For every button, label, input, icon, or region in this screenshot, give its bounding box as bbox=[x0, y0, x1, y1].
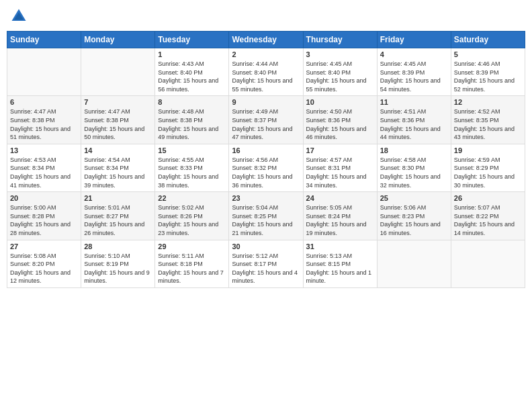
calendar-cell: 21Sunrise: 5:01 AMSunset: 8:27 PMDayligh… bbox=[81, 192, 155, 240]
day-info: Sunrise: 4:55 AMSunset: 8:33 PMDaylight:… bbox=[158, 156, 226, 189]
calendar-header-row: SundayMondayTuesdayWednesdayThursdayFrid… bbox=[7, 32, 525, 48]
calendar-cell: 30Sunrise: 5:12 AMSunset: 8:17 PMDayligh… bbox=[229, 240, 303, 287]
calendar-cell: 24Sunrise: 5:05 AMSunset: 8:24 PMDayligh… bbox=[303, 192, 377, 240]
calendar-cell: 4Sunrise: 4:45 AMSunset: 8:39 PMDaylight… bbox=[377, 48, 451, 96]
day-info: Sunrise: 5:13 AMSunset: 8:15 PMDaylight:… bbox=[306, 252, 374, 285]
day-info: Sunrise: 5:01 AMSunset: 8:27 PMDaylight:… bbox=[84, 203, 152, 237]
day-info: Sunrise: 4:56 AMSunset: 8:32 PMDaylight:… bbox=[232, 156, 300, 189]
calendar-cell: 10Sunrise: 4:50 AMSunset: 8:36 PMDayligh… bbox=[303, 96, 377, 144]
day-of-week-header: Friday bbox=[377, 32, 451, 48]
day-number: 11 bbox=[380, 98, 448, 106]
day-number: 1 bbox=[158, 50, 226, 58]
day-info: Sunrise: 4:44 AMSunset: 8:40 PMDaylight:… bbox=[232, 60, 300, 93]
day-number: 14 bbox=[84, 146, 152, 154]
calendar-cell: 7Sunrise: 4:47 AMSunset: 8:38 PMDaylight… bbox=[81, 96, 155, 144]
day-info: Sunrise: 4:43 AMSunset: 8:40 PMDaylight:… bbox=[158, 60, 226, 93]
day-info: Sunrise: 4:48 AMSunset: 8:38 PMDaylight:… bbox=[158, 107, 226, 141]
calendar-cell: 23Sunrise: 5:04 AMSunset: 8:25 PMDayligh… bbox=[229, 192, 303, 240]
day-info: Sunrise: 4:45 AMSunset: 8:39 PMDaylight:… bbox=[380, 60, 448, 93]
day-info: Sunrise: 5:08 AMSunset: 8:20 PMDaylight:… bbox=[10, 252, 78, 285]
logo-icon bbox=[9, 7, 28, 26]
calendar-cell bbox=[7, 48, 81, 96]
day-number: 5 bbox=[454, 50, 522, 58]
calendar-cell: 26Sunrise: 5:07 AMSunset: 8:22 PMDayligh… bbox=[451, 192, 525, 240]
day-number: 19 bbox=[454, 146, 522, 154]
day-number: 22 bbox=[158, 194, 226, 202]
calendar-cell: 6Sunrise: 4:47 AMSunset: 8:38 PMDaylight… bbox=[7, 96, 81, 144]
day-info: Sunrise: 5:04 AMSunset: 8:25 PMDaylight:… bbox=[232, 203, 300, 237]
day-info: Sunrise: 4:59 AMSunset: 8:29 PMDaylight:… bbox=[454, 156, 522, 189]
calendar-cell: 27Sunrise: 5:08 AMSunset: 8:20 PMDayligh… bbox=[7, 240, 81, 287]
day-number: 20 bbox=[10, 194, 78, 202]
day-of-week-header: Sunday bbox=[7, 32, 81, 48]
calendar-cell: 9Sunrise: 4:49 AMSunset: 8:37 PMDaylight… bbox=[229, 96, 303, 144]
calendar-cell bbox=[81, 48, 155, 96]
calendar-cell bbox=[377, 240, 451, 287]
calendar-week-row: 1Sunrise: 4:43 AMSunset: 8:40 PMDaylight… bbox=[7, 48, 525, 96]
calendar-cell: 19Sunrise: 4:59 AMSunset: 8:29 PMDayligh… bbox=[451, 144, 525, 191]
calendar-cell: 31Sunrise: 5:13 AMSunset: 8:15 PMDayligh… bbox=[303, 240, 377, 287]
calendar-cell: 25Sunrise: 5:06 AMSunset: 8:23 PMDayligh… bbox=[377, 192, 451, 240]
day-info: Sunrise: 5:10 AMSunset: 8:19 PMDaylight:… bbox=[84, 252, 152, 285]
day-of-week-header: Wednesday bbox=[229, 32, 303, 48]
day-info: Sunrise: 4:57 AMSunset: 8:31 PMDaylight:… bbox=[306, 156, 374, 189]
day-info: Sunrise: 4:58 AMSunset: 8:30 PMDaylight:… bbox=[380, 156, 448, 189]
day-info: Sunrise: 4:47 AMSunset: 8:38 PMDaylight:… bbox=[84, 107, 152, 141]
day-info: Sunrise: 5:12 AMSunset: 8:17 PMDaylight:… bbox=[232, 252, 300, 285]
day-number: 29 bbox=[158, 242, 226, 250]
day-number: 15 bbox=[158, 146, 226, 154]
calendar-cell: 17Sunrise: 4:57 AMSunset: 8:31 PMDayligh… bbox=[303, 144, 377, 191]
day-number: 10 bbox=[306, 98, 374, 106]
day-number: 3 bbox=[306, 50, 374, 58]
day-number: 31 bbox=[306, 242, 374, 250]
day-of-week-header: Tuesday bbox=[155, 32, 229, 48]
day-info: Sunrise: 4:51 AMSunset: 8:36 PMDaylight:… bbox=[380, 107, 448, 141]
day-number: 9 bbox=[232, 98, 300, 106]
day-info: Sunrise: 4:52 AMSunset: 8:35 PMDaylight:… bbox=[454, 107, 522, 141]
day-number: 27 bbox=[10, 242, 78, 250]
day-info: Sunrise: 5:05 AMSunset: 8:24 PMDaylight:… bbox=[306, 203, 374, 237]
page-header bbox=[7, 7, 525, 26]
calendar-cell: 20Sunrise: 5:00 AMSunset: 8:28 PMDayligh… bbox=[7, 192, 81, 240]
calendar-cell: 14Sunrise: 4:54 AMSunset: 8:34 PMDayligh… bbox=[81, 144, 155, 191]
calendar-cell: 3Sunrise: 4:45 AMSunset: 8:40 PMDaylight… bbox=[303, 48, 377, 96]
calendar-cell: 2Sunrise: 4:44 AMSunset: 8:40 PMDaylight… bbox=[229, 48, 303, 96]
day-number: 4 bbox=[380, 50, 448, 58]
calendar-cell: 8Sunrise: 4:48 AMSunset: 8:38 PMDaylight… bbox=[155, 96, 229, 144]
calendar-table: SundayMondayTuesdayWednesdayThursdayFrid… bbox=[7, 31, 525, 288]
day-of-week-header: Monday bbox=[81, 32, 155, 48]
calendar-cell: 29Sunrise: 5:11 AMSunset: 8:18 PMDayligh… bbox=[155, 240, 229, 287]
day-number: 25 bbox=[380, 194, 448, 202]
day-number: 21 bbox=[84, 194, 152, 202]
day-number: 2 bbox=[232, 50, 300, 58]
day-number: 23 bbox=[232, 194, 300, 202]
calendar-cell: 18Sunrise: 4:58 AMSunset: 8:30 PMDayligh… bbox=[377, 144, 451, 191]
calendar-cell: 1Sunrise: 4:43 AMSunset: 8:40 PMDaylight… bbox=[155, 48, 229, 96]
calendar-week-row: 13Sunrise: 4:53 AMSunset: 8:34 PMDayligh… bbox=[7, 144, 525, 191]
day-number: 30 bbox=[232, 242, 300, 250]
day-number: 26 bbox=[454, 194, 522, 202]
day-info: Sunrise: 5:02 AMSunset: 8:26 PMDaylight:… bbox=[158, 203, 226, 237]
calendar-cell: 28Sunrise: 5:10 AMSunset: 8:19 PMDayligh… bbox=[81, 240, 155, 287]
day-info: Sunrise: 4:50 AMSunset: 8:36 PMDaylight:… bbox=[306, 107, 374, 141]
day-number: 17 bbox=[306, 146, 374, 154]
day-info: Sunrise: 5:07 AMSunset: 8:22 PMDaylight:… bbox=[454, 203, 522, 237]
day-number: 8 bbox=[158, 98, 226, 106]
day-info: Sunrise: 4:47 AMSunset: 8:38 PMDaylight:… bbox=[10, 107, 78, 141]
day-of-week-header: Thursday bbox=[303, 32, 377, 48]
calendar-cell: 13Sunrise: 4:53 AMSunset: 8:34 PMDayligh… bbox=[7, 144, 81, 191]
calendar-cell: 16Sunrise: 4:56 AMSunset: 8:32 PMDayligh… bbox=[229, 144, 303, 191]
calendar-cell: 11Sunrise: 4:51 AMSunset: 8:36 PMDayligh… bbox=[377, 96, 451, 144]
calendar-cell bbox=[451, 240, 525, 287]
calendar-cell: 15Sunrise: 4:55 AMSunset: 8:33 PMDayligh… bbox=[155, 144, 229, 191]
logo bbox=[9, 7, 30, 26]
day-number: 16 bbox=[232, 146, 300, 154]
calendar-week-row: 20Sunrise: 5:00 AMSunset: 8:28 PMDayligh… bbox=[7, 192, 525, 240]
day-number: 13 bbox=[10, 146, 78, 154]
day-info: Sunrise: 4:46 AMSunset: 8:39 PMDaylight:… bbox=[454, 60, 522, 93]
day-info: Sunrise: 5:11 AMSunset: 8:18 PMDaylight:… bbox=[158, 252, 226, 285]
day-of-week-header: Saturday bbox=[451, 32, 525, 48]
day-number: 18 bbox=[380, 146, 448, 154]
day-number: 6 bbox=[10, 98, 78, 106]
day-number: 28 bbox=[84, 242, 152, 250]
